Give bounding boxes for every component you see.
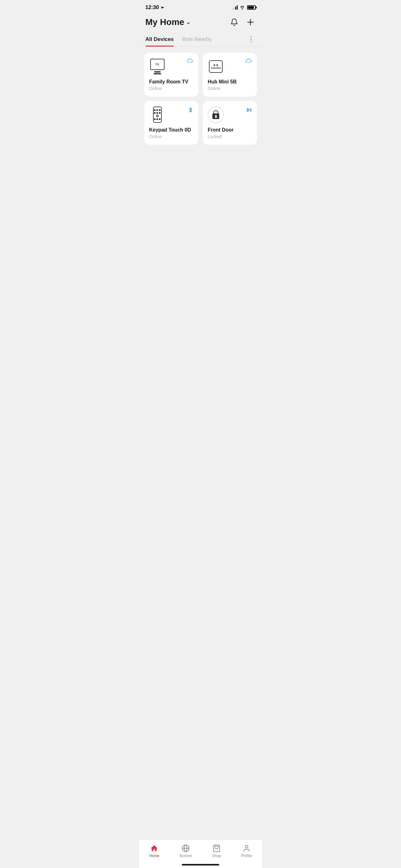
device-name: Hub Mini 5B xyxy=(208,79,252,85)
notification-button[interactable] xyxy=(229,17,239,28)
bluetooth-icon xyxy=(188,106,193,115)
tv-icon-wrapper xyxy=(149,58,166,75)
device-card-keypad-touch-0d[interactable]: Keypad Touch 0D Online xyxy=(144,101,199,145)
device-name: Keypad Touch 0D xyxy=(149,127,194,133)
more-options-button[interactable]: ⋮ xyxy=(246,34,256,45)
device-card-front-door[interactable]: Front Door Locked xyxy=(203,101,257,145)
device-status: Online xyxy=(149,134,194,139)
chevron-down-icon: ⌄ xyxy=(186,19,190,25)
status-bar: 12:30 xyxy=(139,0,262,13)
signal-strength-icon xyxy=(232,5,238,10)
status-icons xyxy=(232,5,256,10)
page-header: My Home ⌄ xyxy=(139,13,262,32)
header-actions xyxy=(229,17,256,28)
tv-icon xyxy=(150,59,165,70)
device-status: Online xyxy=(208,86,252,91)
device-card-family-room-tv[interactable]: Family Room TV Online xyxy=(144,53,199,97)
status-time: 12:30 xyxy=(145,4,164,11)
lock-circle xyxy=(208,106,224,123)
lock-icon-wrapper xyxy=(208,106,224,123)
hub-icon: SwitchBot xyxy=(209,60,223,73)
remote-icon xyxy=(153,106,162,123)
bluetooth-sound-icon xyxy=(245,106,252,115)
wifi-icon xyxy=(239,5,245,10)
tabs-group: All Devices Bots Nearby xyxy=(145,32,246,46)
lock-icon xyxy=(212,110,220,119)
location-arrow-icon xyxy=(159,5,165,10)
cloud-icon xyxy=(245,58,252,65)
tabs-container: All Devices Bots Nearby ⋮ xyxy=(139,32,262,46)
tab-all-devices[interactable]: All Devices xyxy=(145,32,174,46)
device-card-hub-mini-5b[interactable]: SwitchBot Hub Mini 5B Online xyxy=(203,53,257,97)
tab-bots-nearby[interactable]: Bots Nearby xyxy=(182,32,212,46)
cloud-icon xyxy=(187,58,193,65)
device-status: Locked xyxy=(208,134,252,139)
battery-icon xyxy=(247,5,256,10)
home-title-group[interactable]: My Home ⌄ xyxy=(145,17,190,27)
device-name: Family Room TV xyxy=(149,79,194,85)
remote-icon-wrapper xyxy=(149,106,166,123)
hub-icon-wrapper: SwitchBot xyxy=(208,58,224,75)
devices-grid: Family Room TV Online SwitchBot Hub Min xyxy=(139,46,262,151)
plus-icon xyxy=(246,18,255,26)
page-title: My Home xyxy=(145,17,184,27)
device-name: Front Door xyxy=(208,127,252,133)
add-button[interactable] xyxy=(245,17,256,28)
device-status: Online xyxy=(149,86,194,91)
bell-icon xyxy=(230,18,238,26)
time-display: 12:30 xyxy=(145,4,159,11)
